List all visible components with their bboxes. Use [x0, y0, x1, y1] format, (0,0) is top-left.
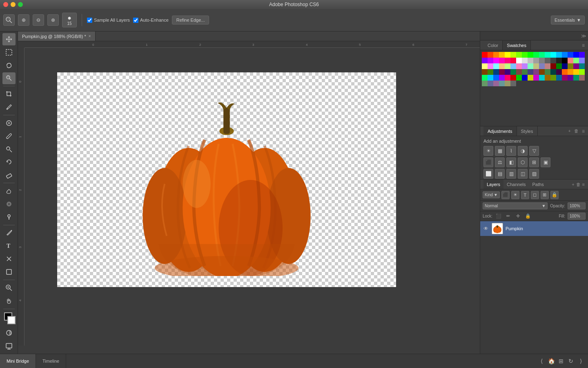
swatch[interactable] [488, 75, 493, 81]
swatch[interactable] [522, 75, 528, 81]
rectangle-shape-tool[interactable] [2, 266, 16, 278]
swatch[interactable] [545, 69, 550, 75]
tab-layers[interactable]: Layers [483, 180, 503, 189]
swatch[interactable] [510, 52, 516, 58]
swatch[interactable] [528, 63, 533, 69]
swatch[interactable] [493, 52, 499, 58]
swatch[interactable] [533, 58, 539, 63]
swatch[interactable] [522, 63, 528, 69]
brightness-contrast-icon[interactable]: ☀ [483, 146, 493, 156]
new-layer-icon[interactable]: + [572, 182, 574, 187]
swatch[interactable] [539, 69, 545, 75]
swatch[interactable] [505, 52, 510, 58]
swatch[interactable] [573, 63, 579, 69]
text-filter-icon[interactable]: T [521, 191, 529, 199]
hue-saturation-icon[interactable]: ⬛ [483, 157, 493, 167]
swatch[interactable] [545, 52, 550, 58]
dodge-tool[interactable] [2, 211, 16, 223]
lock-all-icon[interactable]: 🔒 [524, 213, 532, 220]
swatch[interactable] [482, 81, 488, 86]
auto-enhance-checkbox[interactable] [133, 18, 138, 23]
paint-bucket-tool[interactable] [2, 185, 16, 197]
delete-layer-icon[interactable]: 🗑 [576, 182, 581, 187]
close-button[interactable] [3, 2, 8, 7]
tab-channels[interactable]: Channels [503, 180, 529, 189]
swatch[interactable] [516, 69, 522, 75]
swatch[interactable] [493, 63, 499, 69]
curves-icon[interactable]: ⌇ [506, 146, 516, 156]
adjustment-filter-icon[interactable]: ☀ [511, 191, 519, 199]
zoom-tool[interactable] [2, 282, 16, 294]
swatch[interactable] [528, 69, 533, 75]
swatch[interactable] [488, 81, 493, 86]
swatch[interactable] [568, 58, 573, 63]
swatch[interactable] [516, 58, 522, 63]
vibrance-icon[interactable]: ▽ [529, 146, 539, 156]
bottom-icon-refresh[interactable]: ↻ [567, 357, 575, 365]
swatch[interactable] [533, 63, 539, 69]
document-tab[interactable]: Pumpkin.jpg @ 188% (RGB/8) * × [18, 31, 96, 41]
new-selection-icon[interactable]: ⊕ [18, 14, 29, 26]
quick-selection-tool-icon[interactable] [3, 14, 15, 26]
swatch[interactable] [482, 63, 488, 69]
channel-mixer-icon[interactable]: ⊞ [529, 157, 539, 167]
color-balance-icon[interactable]: ⚖ [495, 157, 505, 167]
tab-swatches[interactable]: Swatches [503, 40, 531, 50]
swatch[interactable] [556, 69, 562, 75]
swatch[interactable] [510, 63, 516, 69]
pen-tool[interactable] [2, 227, 16, 239]
swatch[interactable] [562, 58, 568, 63]
swatch[interactable] [482, 52, 488, 58]
tab-adjustments[interactable]: Adjustments [483, 126, 517, 136]
swatch[interactable] [510, 75, 516, 81]
layer-visibility-icon[interactable]: 👁 [483, 225, 489, 232]
swatch[interactable] [499, 63, 505, 69]
panel-collapse-icon[interactable]: ≫ [581, 33, 586, 39]
threshold-icon[interactable]: ▥ [506, 169, 516, 179]
swatch[interactable] [522, 52, 528, 58]
swatch[interactable] [499, 75, 505, 81]
delete-adjustment-icon[interactable]: 🗑 [574, 128, 579, 134]
swatch[interactable] [522, 69, 528, 75]
subtract-selection-icon[interactable]: ⊖ [33, 14, 44, 26]
color-boxes[interactable] [2, 312, 16, 325]
swatch[interactable] [482, 75, 488, 81]
swatch[interactable] [568, 69, 573, 75]
swatch[interactable] [579, 75, 585, 81]
swatch[interactable] [550, 52, 556, 58]
eyedropper-tool[interactable] [2, 101, 16, 113]
tab-close-button[interactable]: × [89, 34, 91, 38]
swatch[interactable] [516, 63, 522, 69]
swatch[interactable] [493, 58, 499, 63]
tab-styles[interactable]: Styles [517, 126, 538, 136]
rectangular-marquee-tool[interactable] [2, 46, 16, 58]
swatch[interactable] [533, 69, 539, 75]
quick-mask-tool[interactable] [2, 327, 16, 339]
invert-icon[interactable]: ⬜ [483, 169, 493, 179]
exposure-icon[interactable]: ◑ [518, 146, 528, 156]
smartobject-filter-icon[interactable]: ⊞ [541, 191, 549, 199]
swatch[interactable] [516, 75, 522, 81]
swatch[interactable] [488, 52, 493, 58]
swatch[interactable] [493, 69, 499, 75]
swatch[interactable] [528, 58, 533, 63]
swatch[interactable] [545, 58, 550, 63]
swatch[interactable] [488, 58, 493, 63]
clone-stamp-tool[interactable] [2, 143, 16, 155]
new-adjustment-icon[interactable]: + [568, 128, 571, 134]
swatch[interactable] [488, 63, 493, 69]
swatch[interactable] [522, 58, 528, 63]
fill-input[interactable] [568, 213, 586, 220]
swatch[interactable] [528, 75, 533, 81]
swatch[interactable] [562, 52, 568, 58]
swatch[interactable] [579, 52, 585, 58]
bottom-icon-right[interactable]: ⟩ [577, 357, 585, 365]
swatch[interactable] [493, 81, 499, 86]
layers-kind-select[interactable]: Kind ▼ [483, 191, 500, 198]
essentials-dropdown[interactable]: Essentials ▼ [551, 16, 585, 25]
swatch[interactable] [562, 63, 568, 69]
posterize-icon[interactable]: ▤ [495, 169, 505, 179]
lock-position-icon[interactable]: ✛ [514, 213, 522, 220]
intersect-selection-icon[interactable]: ⊗ [47, 14, 59, 26]
panel-menu-icon[interactable]: ≡ [582, 43, 585, 48]
